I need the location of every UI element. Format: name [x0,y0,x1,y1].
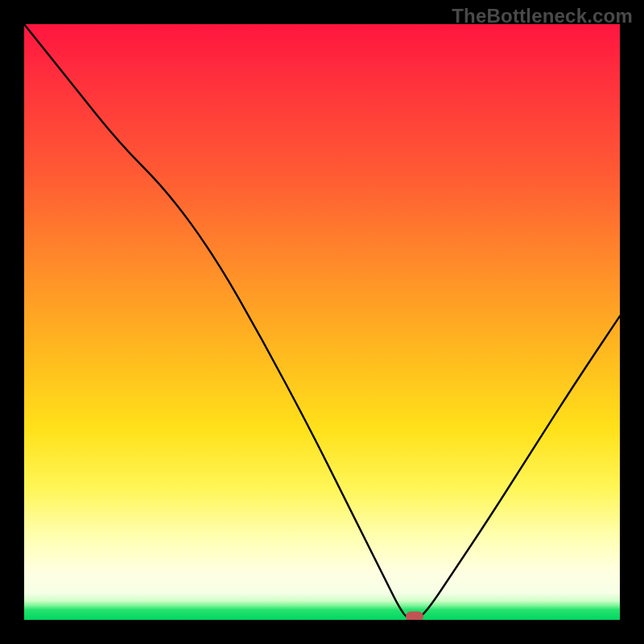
watermark-text: TheBottleneck.com [452,5,633,27]
optimal-point-marker [406,612,423,621]
plot-area [24,24,620,620]
chart-frame: TheBottleneck.com [0,0,644,644]
bottleneck-curve [24,24,620,620]
